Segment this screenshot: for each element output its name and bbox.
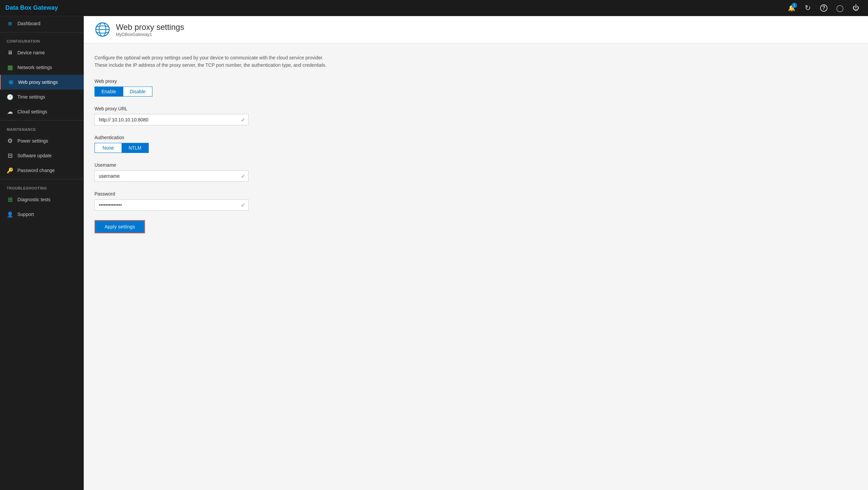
username-checkmark: ✓ [241,173,245,179]
sidebar-item-cloud-settings[interactable]: ☁ Cloud settings [0,104,84,119]
username-input-wrapper: ✓ [94,170,249,182]
refresh-icon: ↻ [805,4,811,12]
auth-section: Authentication None NTLM [94,135,857,153]
sidebar-software-label: Software update [18,153,52,158]
page-title: Web proxy settings [116,23,184,32]
content-body: Configure the optional web proxy setting… [84,43,868,490]
power-icon: ⏻ [852,4,859,12]
sidebar-item-device-name[interactable]: 🖥 Device name [0,45,84,60]
main-layout: ⊞ Dashboard CONFIGURATION 🖥 Device name … [0,16,868,490]
password-checkmark: ✓ [241,202,245,208]
description-text: Configure the optional web proxy setting… [94,54,396,69]
disable-button[interactable]: Disable [123,87,152,96]
network-icon: ▦ [7,64,13,71]
sidebar-time-label: Time settings [18,94,45,99]
auth-label: Authentication [94,135,857,140]
web-proxy-icon: ⊕ [7,79,14,86]
password-label: Password [94,191,857,197]
config-divider [0,32,84,32]
config-section-label: CONFIGURATION [0,34,84,45]
page-header-icon [94,22,111,37]
sidebar-item-power-settings[interactable]: ⚙ Power settings [0,134,84,148]
sidebar-item-password-change[interactable]: 🔑 Password change [0,163,84,178]
troubleshooting-section-label: TROUBLESHOOTING [0,181,84,192]
sidebar-password-label: Password change [18,168,55,173]
sidebar-network-label: Network settings [18,65,52,70]
power-button[interactable]: ⏻ [849,1,863,15]
apply-settings-button[interactable]: Apply settings [94,220,145,233]
password-section: Password ✓ [94,191,857,211]
sidebar-item-network-settings[interactable]: ▦ Network settings [0,60,84,75]
sidebar-diagnostic-label: Diagnostic tests [18,197,51,202]
content-area: Web proxy settings MyDBoxGateway1 Config… [84,16,868,490]
ntlm-button[interactable]: NTLM [122,143,148,153]
time-icon: 🕐 [7,93,13,100]
software-update-icon: ⊟ [7,152,13,159]
sidebar-web-proxy-label: Web proxy settings [18,80,58,85]
troubleshooting-divider [0,179,84,179]
web-proxy-label: Web proxy [94,79,857,84]
sidebar-power-label: Power settings [18,138,48,144]
apply-section: Apply settings [94,220,857,233]
sidebar-item-dashboard[interactable]: ⊞ Dashboard [0,16,84,31]
topbar-icons: 1 ↻ ? ◯ ⏻ [785,1,863,15]
sidebar-dashboard-label: Dashboard [18,21,40,26]
auth-toggle-group: None NTLM [94,143,149,153]
page-subtitle: MyDBoxGateway1 [116,32,184,37]
username-label: Username [94,162,857,168]
enable-button[interactable]: Enable [95,87,123,96]
url-section: Web proxy URL ✓ [94,106,857,125]
page-header-text: Web proxy settings MyDBoxGateway1 [116,23,184,37]
sidebar-cloud-label: Cloud settings [18,109,47,114]
help-icon: ? [820,4,828,12]
refresh-button[interactable]: ↻ [801,1,814,15]
cloud-icon: ☁ [7,108,13,115]
sidebar-item-web-proxy[interactable]: ⊕ Web proxy settings [0,75,84,90]
app-title: Data Box Gateway [5,4,785,11]
username-input[interactable] [94,170,249,182]
url-input-wrapper: ✓ [94,114,249,125]
page-header: Web proxy settings MyDBoxGateway1 [84,16,868,43]
sidebar-item-software-update[interactable]: ⊟ Software update [0,148,84,163]
url-label: Web proxy URL [94,106,857,111]
power-settings-icon: ⚙ [7,138,13,144]
sidebar-item-time-settings[interactable]: 🕐 Time settings [0,90,84,104]
user-button[interactable]: ◯ [833,1,846,15]
topbar: Data Box Gateway 1 ↻ ? ◯ ⏻ [0,0,868,16]
user-icon: ◯ [836,4,843,12]
url-checkmark: ✓ [241,116,245,123]
web-proxy-toggle-group: Enable Disable [94,87,152,96]
password-input[interactable] [94,199,249,211]
maintenance-section-label: MAINTENANCE [0,122,84,134]
notification-badge: 1 [792,3,797,8]
maintenance-divider [0,120,84,121]
sidebar-item-diagnostic[interactable]: ⊞ Diagnostic tests [0,192,84,207]
username-section: Username ✓ [94,162,857,182]
sidebar: ⊞ Dashboard CONFIGURATION 🖥 Device name … [0,16,84,490]
help-button[interactable]: ? [817,1,831,15]
sidebar-device-label: Device name [18,50,45,55]
password-icon: 🔑 [7,167,13,174]
notification-button[interactable]: 1 [785,1,798,15]
password-input-wrapper: ✓ [94,199,249,211]
support-icon: 👤 [7,211,13,218]
dashboard-icon: ⊞ [7,20,13,27]
none-button[interactable]: None [95,143,122,153]
sidebar-item-support[interactable]: 👤 Support [0,207,84,222]
diagnostic-icon: ⊞ [7,196,13,203]
web-proxy-section: Web proxy Enable Disable [94,79,857,96]
url-input[interactable] [94,114,249,125]
device-icon: 🖥 [7,49,13,56]
sidebar-support-label: Support [18,212,34,217]
